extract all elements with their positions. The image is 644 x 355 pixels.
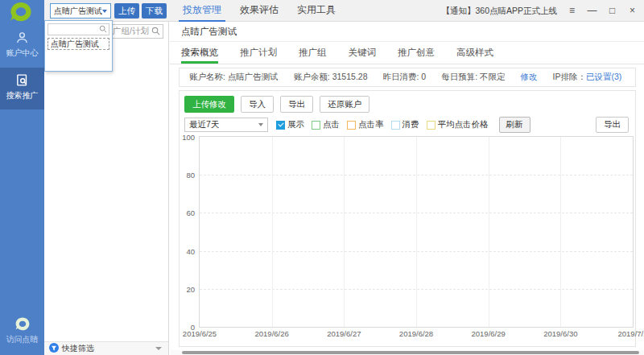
date-range-value: 最近7天 [189,119,258,130]
dropdown-search-input[interactable] [47,23,109,35]
chart-export-button[interactable]: 导出 [596,117,629,133]
search-icon [151,27,160,37]
subtab-bar: 搜索概览 推广计划 推广组 关键词 推广创意 高级样式 [170,43,644,64]
upload-modify-button[interactable]: 上传修改 [184,96,234,113]
close-icon[interactable]: × [622,0,642,21]
account-balance: 账户余额: 31515.28 [294,72,368,83]
user-icon [15,36,29,46]
metric-avg-cpc[interactable]: 平均点击价格 [427,119,489,130]
checkbox-icon[interactable] [312,121,320,130]
x-tick: 2019/6/26 [255,329,289,338]
subtab-keywords[interactable]: 关键词 [349,43,377,64]
maximize-icon[interactable]: □ [602,0,622,21]
ip-exclusion: IP排除：已设置(3) [553,72,622,83]
metric-ctr[interactable]: 点击率 [347,119,384,130]
download-button[interactable]: 下载 [142,3,167,19]
x-tick: 2019/7/1 [618,329,644,338]
main-tabs: 投放管理 效果评估 实用工具 [179,0,350,22]
y-axis: 100 80 60 40 20 0 [178,137,197,327]
subtab-creatives[interactable]: 推广创意 [398,43,435,64]
y-tick: 80 [186,171,195,180]
checkbox-icon[interactable] [427,121,436,130]
main-content: 点睛广告测试 搜索概览 推广计划 推广组 关键词 推广创意 高级样式 账户名称:… [170,22,644,355]
account-dropdown-panel: 点睛广告测试 [44,20,113,72]
actions-row: 上传修改 导入 导出 还原账户 [184,96,376,113]
subtab-ad-groups[interactable]: 推广组 [299,43,327,64]
y-tick: 20 [186,284,195,293]
search-icon [99,25,107,35]
overview-panel: 上传修改 导入 导出 还原账户 最近7天 展示 点击 点击率 消费 平均点击价格… [179,90,636,347]
chevron-down-icon[interactable] [155,347,162,350]
metric-legend: 展示 点击 点击率 消费 平均点击价格 [276,119,496,130]
subtab-advanced-styles[interactable]: 高级样式 [456,43,493,64]
gridline [416,137,417,327]
date-range-select[interactable]: 最近7天 [184,118,268,132]
sidebar: 账户中心 搜索推广 访问点睛 [0,0,44,355]
metric-clicks[interactable]: 点击 [312,119,340,130]
window-controls: ≡ — □ × [562,0,642,21]
import-button[interactable]: 导入 [241,96,274,113]
x-tick: 2019/6/30 [543,329,577,338]
sidebar-item-account-center[interactable]: 账户中心 [0,29,44,66]
account-info-box: 账户名称: 点睛广告测试 账户余额: 31515.28 昨日消费: 0 每日预算… [179,68,636,87]
export-button[interactable]: 导出 [280,96,313,113]
gridline [272,137,273,327]
gridline [344,137,345,327]
metric-impressions[interactable]: 展示 [276,119,304,130]
checkbox-icon[interactable] [391,121,400,130]
refresh-button[interactable]: 刷新 [499,117,530,133]
chevron-down-icon [258,123,263,126]
checkbox-checked-icon[interactable] [276,121,285,130]
account-name: 账户名称: 点睛广告测试 [189,72,279,83]
subtab-campaigns[interactable]: 推广计划 [240,43,277,64]
account-tab-bar: 点睛广告测试 [170,22,644,42]
sidebar-item-search-promotion[interactable]: 搜索推广 [0,68,44,109]
metric-cost[interactable]: 消费 [391,119,419,130]
upload-button[interactable]: 上传 [114,3,139,19]
modify-link[interactable]: 修改 [521,72,538,83]
x-tick: 2019/6/28 [399,329,433,338]
restore-account-button[interactable]: 还原账户 [320,96,369,113]
gridline [489,137,489,327]
notification-text[interactable]: 【通知】360点睛APP正式上线 [441,0,557,21]
top-toolbar: 点睛广告测试 上传 下载 投放管理 效果评估 实用工具 【通知】360点睛APP… [44,0,644,22]
funnel-icon [49,343,59,354]
account-tab[interactable]: 点睛广告测试 [181,22,237,42]
tab-utilities[interactable]: 实用工具 [293,0,340,22]
scrollbar-thumb[interactable] [182,351,639,354]
account-select-dropdown[interactable]: 点睛广告测试 [50,3,111,19]
filter-row: 最近7天 展示 点击 点击率 消费 平均点击价格 刷新 导出 [184,117,629,133]
left-tree-panel: 推广组/计划 点睛广告测试 快捷筛选 [44,22,169,355]
dianjing-ring-icon [14,317,31,332]
quick-filter-bar[interactable]: 快捷筛选 [44,341,168,355]
y-tick: 100 [182,133,195,142]
gridline [560,137,561,327]
tab-delivery-management[interactable]: 投放管理 [179,0,225,22]
daily-budget: 每日预算: 不限定 [441,72,505,83]
checkbox-icon[interactable] [347,121,356,130]
sidebar-item-label: 账户中心 [0,47,44,59]
ip-exclusion-link[interactable]: 已设置(3) [586,72,621,81]
minimize-icon[interactable]: — [582,0,602,21]
horizontal-scrollbar[interactable] [171,350,644,355]
search-document-icon [15,79,29,89]
overview-chart: 100 80 60 40 20 0 2019/6/25 2019/6/26 20… [199,136,634,328]
chevron-down-icon [102,10,107,13]
visit-dianjing-link[interactable]: 访问点睛 [0,317,44,344]
quick-filter-label: 快捷筛选 [62,343,155,354]
dropdown-option-account[interactable]: 点睛广告测试 [47,38,109,50]
y-tick: 60 [186,208,195,217]
x-tick: 2019/6/27 [327,329,361,338]
x-axis: 2019/6/25 2019/6/26 2019/6/27 2019/6/28 … [200,327,633,338]
y-tick: 40 [186,246,195,255]
tab-effect-evaluation[interactable]: 效果评估 [236,0,283,22]
subtab-search-overview[interactable]: 搜索概览 [181,43,218,64]
x-tick: 2019/6/25 [183,329,217,338]
x-tick: 2019/6/29 [472,329,506,338]
sidebar-item-label: 搜索推广 [0,90,44,101]
visit-dianjing-label: 访问点睛 [6,335,39,344]
dianjing-logo-icon [9,2,33,23]
account-select-value: 点睛广告测试 [51,6,102,17]
yesterday-spend: 昨日消费: 0 [382,72,426,83]
menu-icon[interactable]: ≡ [562,0,582,21]
